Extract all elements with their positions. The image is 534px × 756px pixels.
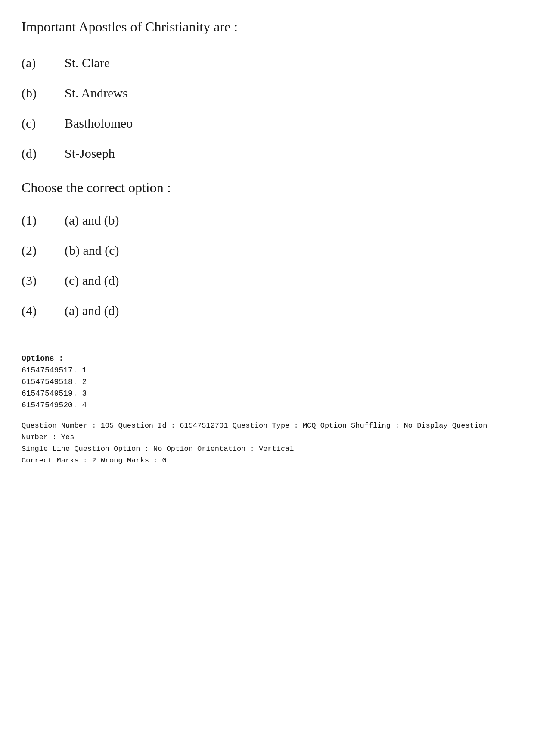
option-d: (d) St-Joseph [22,144,512,162]
option-a-value: St. Clare [65,54,110,72]
option-a-label: (a) [22,54,65,72]
option-code-3: 61547549519. 3 [22,388,512,400]
option-d-value: St-Joseph [65,144,115,162]
answer-3-value: (c) and (d) [65,272,119,290]
metadata-section: Options : 61547549517. 1 61547549518. 2 … [22,354,512,467]
answer-4-value: (a) and (d) [65,302,119,320]
question-container: Important Apostles of Christianity are :… [22,17,512,467]
answer-3: (3) (c) and (d) [22,272,512,290]
question-meta-line3: Correct Marks : 2 Wrong Marks : 0 [22,455,512,466]
answer-2-number: (2) [22,241,65,259]
option-d-label: (d) [22,144,65,162]
question-meta-line1: Question Number : 105 Question Id : 6154… [22,420,512,443]
option-code-1: 61547549517. 1 [22,365,512,376]
option-b-value: St. Andrews [65,84,128,102]
option-a: (a) St. Clare [22,54,512,72]
option-c-label: (c) [22,114,65,132]
answer-3-number: (3) [22,272,65,290]
option-code-4: 61547549520. 4 [22,400,512,411]
question-meta: Question Number : 105 Question Id : 6154… [22,420,512,467]
options-list: (a) St. Clare (b) St. Andrews (c) Bastho… [22,54,512,162]
option-code-2: 61547549518. 2 [22,376,512,388]
question-meta-line2: Single Line Question Option : No Option … [22,443,512,455]
answer-2-value: (b) and (c) [65,241,119,259]
option-c-value: Bastholomeo [65,114,133,132]
question-text: Important Apostles of Christianity are : [22,17,512,37]
option-c: (c) Bastholomeo [22,114,512,132]
answer-1: (1) (a) and (b) [22,211,512,229]
answer-2: (2) (b) and (c) [22,241,512,259]
answer-4-number: (4) [22,302,65,320]
choose-correct-option-text: Choose the correct option : [22,180,512,196]
answer-1-number: (1) [22,211,65,229]
answer-4: (4) (a) and (d) [22,302,512,320]
answer-1-value: (a) and (b) [65,211,119,229]
option-b: (b) St. Andrews [22,84,512,102]
options-header: Options : [22,354,512,363]
option-b-label: (b) [22,84,65,102]
answers-list: (1) (a) and (b) (2) (b) and (c) (3) (c) … [22,211,512,320]
